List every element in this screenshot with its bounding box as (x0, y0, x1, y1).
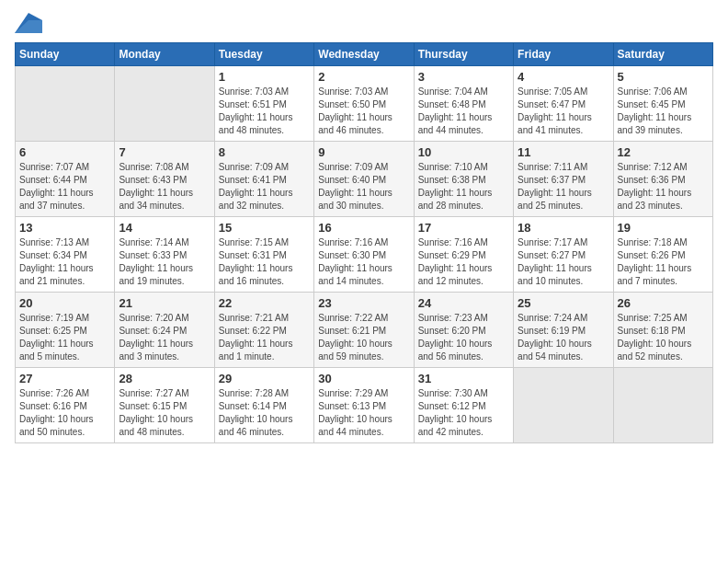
calendar-header-row: SundayMondayTuesdayWednesdayThursdayFrid… (16, 43, 713, 66)
day-number: 3 (418, 70, 509, 84)
calendar-cell: 23Sunrise: 7:22 AMSunset: 6:21 PMDayligh… (314, 293, 414, 368)
day-info: Sunrise: 7:08 AMSunset: 6:43 PMDaylight:… (119, 161, 210, 213)
calendar-dow-tuesday: Tuesday (214, 43, 313, 66)
calendar-cell: 8Sunrise: 7:09 AMSunset: 6:41 PMDaylight… (214, 142, 313, 217)
day-number: 1 (219, 70, 310, 84)
day-number: 8 (219, 145, 310, 159)
calendar-cell: 24Sunrise: 7:23 AMSunset: 6:20 PMDayligh… (414, 293, 513, 368)
calendar-cell: 27Sunrise: 7:26 AMSunset: 6:16 PMDayligh… (16, 368, 115, 443)
calendar-cell: 19Sunrise: 7:18 AMSunset: 6:26 PMDayligh… (613, 217, 712, 293)
day-info: Sunrise: 7:16 AMSunset: 6:29 PMDaylight:… (418, 236, 509, 288)
day-number: 15 (219, 221, 310, 235)
calendar-cell: 16Sunrise: 7:16 AMSunset: 6:30 PMDayligh… (314, 217, 414, 293)
calendar-week-row: 6Sunrise: 7:07 AMSunset: 6:44 PMDaylight… (16, 142, 713, 217)
day-number: 26 (618, 296, 709, 310)
calendar-cell: 2Sunrise: 7:03 AMSunset: 6:50 PMDaylight… (314, 66, 414, 142)
logo-icon (15, 13, 42, 37)
calendar-cell: 14Sunrise: 7:14 AMSunset: 6:33 PMDayligh… (115, 217, 214, 293)
calendar-cell: 7Sunrise: 7:08 AMSunset: 6:43 PMDaylight… (115, 142, 214, 217)
logo (15, 13, 46, 37)
calendar-cell: 6Sunrise: 7:07 AMSunset: 6:44 PMDaylight… (16, 142, 115, 217)
day-info: Sunrise: 7:06 AMSunset: 6:45 PMDaylight:… (618, 86, 709, 137)
day-number: 24 (418, 296, 509, 310)
day-number: 18 (518, 221, 609, 235)
day-number: 9 (318, 145, 409, 159)
day-info: Sunrise: 7:28 AMSunset: 6:14 PMDaylight:… (219, 387, 310, 439)
calendar-cell (16, 66, 115, 142)
calendar-table: SundayMondayTuesdayWednesdayThursdayFrid… (15, 42, 713, 443)
calendar-week-row: 13Sunrise: 7:13 AMSunset: 6:34 PMDayligh… (16, 217, 713, 293)
day-number: 19 (618, 221, 709, 235)
day-number: 23 (318, 296, 409, 310)
day-number: 28 (119, 372, 210, 385)
calendar-dow-monday: Monday (115, 43, 214, 66)
calendar-cell: 10Sunrise: 7:10 AMSunset: 6:38 PMDayligh… (414, 142, 513, 217)
day-info: Sunrise: 7:19 AMSunset: 6:25 PMDaylight:… (19, 312, 110, 363)
svg-marker-1 (15, 20, 42, 33)
day-info: Sunrise: 7:11 AMSunset: 6:37 PMDaylight:… (518, 161, 609, 213)
calendar-cell: 12Sunrise: 7:12 AMSunset: 6:36 PMDayligh… (613, 142, 712, 217)
day-number: 12 (618, 145, 709, 159)
calendar-cell: 22Sunrise: 7:21 AMSunset: 6:22 PMDayligh… (214, 293, 313, 368)
day-number: 6 (19, 145, 110, 159)
calendar-cell: 20Sunrise: 7:19 AMSunset: 6:25 PMDayligh… (16, 293, 115, 368)
calendar-cell: 30Sunrise: 7:29 AMSunset: 6:13 PMDayligh… (314, 368, 414, 443)
day-number: 14 (119, 221, 210, 235)
day-info: Sunrise: 7:29 AMSunset: 6:13 PMDaylight:… (318, 387, 409, 439)
calendar-dow-friday: Friday (514, 43, 613, 66)
calendar-cell: 25Sunrise: 7:24 AMSunset: 6:19 PMDayligh… (514, 293, 613, 368)
calendar-cell (613, 368, 712, 443)
day-info: Sunrise: 7:17 AMSunset: 6:27 PMDaylight:… (518, 236, 609, 288)
calendar-cell: 4Sunrise: 7:05 AMSunset: 6:47 PMDaylight… (514, 66, 613, 142)
calendar-cell: 1Sunrise: 7:03 AMSunset: 6:51 PMDaylight… (214, 66, 313, 142)
day-info: Sunrise: 7:25 AMSunset: 6:18 PMDaylight:… (618, 312, 709, 363)
calendar-cell: 18Sunrise: 7:17 AMSunset: 6:27 PMDayligh… (514, 217, 613, 293)
day-info: Sunrise: 7:07 AMSunset: 6:44 PMDaylight:… (19, 161, 110, 213)
calendar-week-row: 1Sunrise: 7:03 AMSunset: 6:51 PMDaylight… (16, 66, 713, 142)
day-number: 29 (219, 372, 310, 385)
day-info: Sunrise: 7:26 AMSunset: 6:16 PMDaylight:… (19, 387, 110, 439)
day-info: Sunrise: 7:09 AMSunset: 6:40 PMDaylight:… (318, 161, 409, 213)
day-info: Sunrise: 7:03 AMSunset: 6:51 PMDaylight:… (219, 86, 310, 137)
header (0, 0, 728, 42)
day-info: Sunrise: 7:09 AMSunset: 6:41 PMDaylight:… (219, 161, 310, 213)
day-number: 4 (518, 70, 609, 84)
calendar-cell: 26Sunrise: 7:25 AMSunset: 6:18 PMDayligh… (613, 293, 712, 368)
calendar-cell: 31Sunrise: 7:30 AMSunset: 6:12 PMDayligh… (414, 368, 513, 443)
day-info: Sunrise: 7:20 AMSunset: 6:24 PMDaylight:… (119, 312, 210, 363)
calendar-week-row: 27Sunrise: 7:26 AMSunset: 6:16 PMDayligh… (16, 368, 713, 443)
calendar-cell (514, 368, 613, 443)
calendar-cell: 15Sunrise: 7:15 AMSunset: 6:31 PMDayligh… (214, 217, 313, 293)
calendar-cell: 29Sunrise: 7:28 AMSunset: 6:14 PMDayligh… (214, 368, 313, 443)
day-info: Sunrise: 7:15 AMSunset: 6:31 PMDaylight:… (219, 236, 310, 288)
day-number: 2 (318, 70, 409, 84)
calendar-week-row: 20Sunrise: 7:19 AMSunset: 6:25 PMDayligh… (16, 293, 713, 368)
day-info: Sunrise: 7:24 AMSunset: 6:19 PMDaylight:… (518, 312, 609, 363)
day-info: Sunrise: 7:30 AMSunset: 6:12 PMDaylight:… (418, 387, 509, 439)
calendar-cell: 17Sunrise: 7:16 AMSunset: 6:29 PMDayligh… (414, 217, 513, 293)
day-info: Sunrise: 7:18 AMSunset: 6:26 PMDaylight:… (618, 236, 709, 288)
calendar-cell (115, 66, 214, 142)
day-info: Sunrise: 7:23 AMSunset: 6:20 PMDaylight:… (418, 312, 509, 363)
calendar-dow-wednesday: Wednesday (314, 43, 414, 66)
calendar-cell: 3Sunrise: 7:04 AMSunset: 6:48 PMDaylight… (414, 66, 513, 142)
day-info: Sunrise: 7:21 AMSunset: 6:22 PMDaylight:… (219, 312, 310, 363)
calendar-dow-sunday: Sunday (16, 43, 115, 66)
day-number: 11 (518, 145, 609, 159)
calendar: SundayMondayTuesdayWednesdayThursdayFrid… (0, 42, 728, 563)
page: SundayMondayTuesdayWednesdayThursdayFrid… (0, 0, 728, 563)
day-number: 17 (418, 221, 509, 235)
day-number: 7 (119, 145, 210, 159)
calendar-cell: 13Sunrise: 7:13 AMSunset: 6:34 PMDayligh… (16, 217, 115, 293)
day-number: 10 (418, 145, 509, 159)
calendar-cell: 11Sunrise: 7:11 AMSunset: 6:37 PMDayligh… (514, 142, 613, 217)
day-number: 16 (318, 221, 409, 235)
day-info: Sunrise: 7:16 AMSunset: 6:30 PMDaylight:… (318, 236, 409, 288)
day-info: Sunrise: 7:13 AMSunset: 6:34 PMDaylight:… (19, 236, 110, 288)
day-info: Sunrise: 7:27 AMSunset: 6:15 PMDaylight:… (119, 387, 210, 439)
calendar-cell: 21Sunrise: 7:20 AMSunset: 6:24 PMDayligh… (115, 293, 214, 368)
day-info: Sunrise: 7:10 AMSunset: 6:38 PMDaylight:… (418, 161, 509, 213)
day-number: 5 (618, 70, 709, 84)
day-info: Sunrise: 7:12 AMSunset: 6:36 PMDaylight:… (618, 161, 709, 213)
day-number: 13 (19, 221, 110, 235)
